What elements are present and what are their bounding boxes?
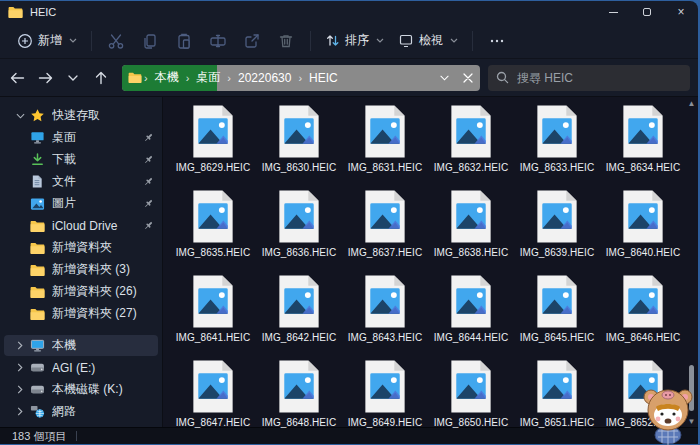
pin-icon (143, 198, 154, 209)
file-tile[interactable]: IMG_8651.HEIC (514, 357, 600, 442)
file-name: IMG_8633.HEIC (520, 162, 595, 173)
file-tile[interactable]: IMG_8645.HEIC (514, 272, 600, 357)
sidebar-item-desktop[interactable]: 桌面 (4, 127, 158, 148)
file-name: IMG_8649.HEIC (348, 417, 423, 428)
file-tile[interactable]: IMG_8636.HEIC (256, 187, 342, 272)
breadcrumb-desktop[interactable]: 桌面 (191, 67, 225, 88)
chevron-right-icon[interactable] (12, 385, 28, 394)
file-tile[interactable]: IMG_8641.HEIC (170, 272, 256, 357)
file-tile[interactable]: IMG_8637.HEIC (342, 187, 428, 272)
file-tile[interactable]: IMG_8646.HEIC (600, 272, 686, 357)
file-tile[interactable]: IMG_8639.HEIC (514, 187, 600, 272)
sidebar-item-label: AGI (E:) (52, 361, 154, 375)
minimize-button[interactable] (596, 1, 630, 23)
file-tile[interactable]: IMG_8648.HEIC (256, 357, 342, 442)
close-icon: × (677, 5, 684, 19)
file-tile[interactable]: IMG_8649.HEIC (342, 357, 428, 442)
file-tile[interactable]: IMG_8647.HEIC (170, 357, 256, 442)
file-tile[interactable]: IMG_8629.HEIC (170, 102, 256, 187)
file-name: IMG_8643.HEIC (348, 332, 423, 343)
breadcrumb-heic[interactable]: HEIC (304, 69, 343, 87)
vertical-scrollbar[interactable]: ▲ ▼ (685, 97, 698, 427)
address-dropdown-button[interactable] (432, 66, 456, 90)
sidebar-item-network[interactable]: 網路 (4, 401, 158, 422)
delete-button[interactable] (270, 27, 302, 55)
sidebar-item-downloads[interactable]: 下載 (4, 149, 158, 170)
sidebar-item-label: 新增資料夾 (3) (52, 261, 154, 278)
view-button[interactable]: 檢視 (391, 27, 465, 54)
file-tile[interactable]: IMG_8635.HEIC (170, 187, 256, 272)
back-icon (10, 72, 25, 84)
chevron-right-icon[interactable] (12, 407, 28, 416)
file-tile[interactable]: IMG_8643.HEIC (342, 272, 428, 357)
file-tile[interactable]: IMG_8652.HEIC (600, 357, 686, 442)
search-box[interactable] (488, 65, 690, 91)
sidebar-item-documents[interactable]: 文件 (4, 171, 158, 192)
sidebar-item-local-disk-k[interactable]: 本機磁碟 (K:) (4, 379, 158, 400)
new-button[interactable]: 新增 (10, 27, 84, 54)
share-icon (243, 32, 261, 50)
heic-image-file-icon (535, 274, 579, 329)
stop-loading-button[interactable] (456, 66, 480, 90)
close-button[interactable]: × (664, 1, 698, 23)
chevron-down-icon (68, 75, 78, 81)
file-tile[interactable]: IMG_8642.HEIC (256, 272, 342, 357)
sidebar-item-pictures[interactable]: 圖片 (4, 193, 158, 214)
heic-image-file-icon (363, 189, 407, 244)
chevron-down-icon[interactable] (12, 113, 28, 119)
file-tile[interactable]: IMG_8632.HEIC (428, 102, 514, 187)
file-name: IMG_8630.HEIC (262, 162, 337, 173)
file-tile[interactable]: IMG_8638.HEIC (428, 187, 514, 272)
file-name: IMG_8644.HEIC (434, 332, 509, 343)
rename-button[interactable] (202, 27, 234, 55)
copy-button[interactable] (134, 27, 166, 55)
sidebar-item-new-folder-27[interactable]: 新增資料夾 (27) (4, 303, 158, 324)
search-input[interactable] (517, 71, 682, 85)
scroll-down-icon[interactable]: ▼ (688, 415, 696, 427)
scrollbar-track[interactable] (685, 109, 698, 415)
sidebar-item-this-pc[interactable]: 本機 (4, 335, 158, 356)
file-tile[interactable]: IMG_8634.HEIC (600, 102, 686, 187)
sidebar-item-quick-access[interactable]: 快速存取 (4, 105, 158, 126)
star-icon (28, 108, 46, 123)
breadcrumb-this-pc[interactable]: 本機 (150, 67, 184, 88)
cut-button[interactable] (100, 27, 132, 55)
sidebar-item-new-folder[interactable]: 新增資料夾 (4, 237, 158, 258)
share-button[interactable] (236, 27, 268, 55)
folder-icon (28, 220, 46, 232)
breadcrumb-20220630[interactable]: 20220630 (233, 69, 296, 87)
folder-icon (28, 264, 46, 276)
sort-button[interactable]: 排序 (318, 27, 391, 54)
recent-locations-button[interactable] (60, 65, 86, 91)
file-tile[interactable]: IMG_8640.HEIC (600, 187, 686, 272)
paste-button[interactable] (168, 27, 200, 55)
up-button[interactable] (88, 65, 114, 91)
forward-button[interactable] (32, 65, 58, 91)
heic-image-file-icon (621, 189, 665, 244)
scrollbar-thumb[interactable] (689, 365, 694, 411)
sidebar-item-label: 桌面 (52, 129, 139, 146)
file-tile[interactable]: IMG_8630.HEIC (256, 102, 342, 187)
sidebar-item-new-folder-26[interactable]: 新增資料夾 (26) (4, 281, 158, 302)
file-list-area[interactable]: IMG_8629.HEICIMG_8630.HEICIMG_8631.HEICI… (163, 97, 698, 427)
window-title: HEIC (30, 6, 56, 18)
back-button[interactable] (4, 65, 30, 91)
toolbar-divider (310, 31, 311, 51)
more-button[interactable] (481, 27, 513, 55)
maximize-button[interactable] (630, 1, 664, 23)
file-tile[interactable]: IMG_8633.HEIC (514, 102, 600, 187)
sidebar-item-icloud-drive[interactable]: iCloud Drive (4, 215, 158, 236)
sidebar-item-new-folder-3[interactable]: 新增資料夾 (3) (4, 259, 158, 280)
sidebar-item-agi-e[interactable]: AGI (E:) (4, 357, 158, 378)
chevron-right-icon[interactable] (12, 363, 28, 372)
file-name: IMG_8647.HEIC (176, 417, 251, 428)
heic-image-file-icon (191, 274, 235, 329)
file-tile[interactable]: IMG_8650.HEIC (428, 357, 514, 442)
file-tile[interactable]: IMG_8631.HEIC (342, 102, 428, 187)
sidebar-item-label: 網路 (52, 403, 154, 420)
heic-image-file-icon (191, 189, 235, 244)
file-tile[interactable]: IMG_8644.HEIC (428, 272, 514, 357)
scroll-up-icon[interactable]: ▲ (688, 97, 696, 109)
chevron-right-icon[interactable] (12, 341, 28, 350)
address-bar[interactable]: › 本機 › 桌面 › 20220630 › HEIC (122, 65, 480, 91)
